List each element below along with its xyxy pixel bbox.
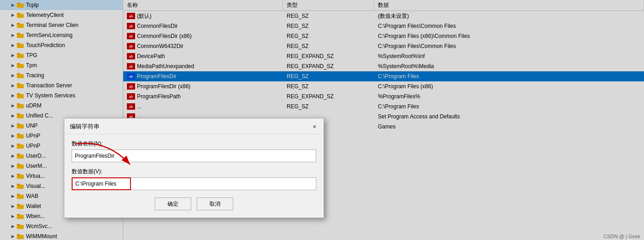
dialog-title: 编辑字符串 [70, 123, 99, 131]
svg-rect-28 [17, 144, 24, 149]
ok-button[interactable]: 确定 [155, 197, 191, 210]
tree-item-tcpip[interactable]: Tcpip [0, 0, 123, 10]
tree-item-termservlicensing[interactable]: TermServLicensing [0, 30, 123, 40]
svg-rect-21 [17, 103, 20, 105]
dialog-close-button[interactable]: × [309, 121, 320, 132]
svg-rect-8 [17, 44, 24, 48]
tree-item-terminalserver[interactable]: Terminal Server Clien [0, 20, 123, 30]
col-header-data: 数据 [374, 0, 644, 11]
tree-arrow [9, 233, 16, 240]
tree-arrow [9, 42, 16, 49]
value-data: (数值未设置) [374, 12, 644, 20]
value-name: CommonFilesDir (x86) [137, 33, 192, 39]
value-row-commonfilesdir[interactable]: ab CommonFilesDir REG_SZ C:\Program File… [123, 21, 644, 31]
svg-rect-15 [17, 73, 20, 75]
tree-label: UPnP [26, 143, 40, 149]
tree-item-tracing[interactable]: Tracing [0, 70, 123, 80]
tree-arrow [9, 52, 16, 59]
tree-arrow [9, 102, 16, 109]
tree-item-tpm[interactable]: Tpm [0, 60, 123, 70]
tree-label: Wben... [26, 213, 45, 219]
tree-label: uDRM [26, 102, 42, 109]
tree-label: WcmSvc... [26, 223, 52, 229]
tree-arrow [9, 213, 16, 220]
svg-rect-20 [17, 104, 24, 108]
svg-rect-7 [17, 33, 20, 34]
folder-icon [16, 92, 25, 99]
tree-arrow [9, 223, 16, 230]
svg-rect-47 [17, 234, 20, 235]
value-row-default[interactable]: ab (默认) REG_SZ (数值未设置) [123, 11, 644, 21]
value-type-icon: ab [127, 73, 135, 80]
tree-label: Tcpip [26, 2, 39, 8]
tree-item-tvsystemservices[interactable]: TV System Services [0, 91, 123, 101]
value-data: C:\Program Files\Common Files [374, 43, 644, 49]
tree-item-udrm[interactable]: uDRM [0, 101, 123, 111]
svg-rect-11 [17, 53, 20, 54]
tree-label: WIMMMount [26, 233, 57, 240]
value-name: DevicePath [137, 53, 165, 59]
tree-item-telemetryclient[interactable]: TelemetryClient [0, 10, 123, 20]
tree-arrow [9, 21, 16, 29]
value-row-commonfilesdir86[interactable]: ab CommonFilesDir (x86) REG_SZ C:\Progra… [123, 31, 644, 41]
value-row-row9[interactable]: ab ... REG_SZ C:\Program Files [123, 101, 644, 112]
value-type-icon: ab [127, 63, 135, 69]
tree-arrow [9, 92, 16, 99]
tree-label: Terminal Server Clien [26, 22, 79, 28]
cancel-button[interactable]: 取消 [197, 197, 233, 210]
statusbar: CSDN @ | Geek [600, 233, 644, 240]
tree-item-wimmount[interactable]: WIMMMount [0, 231, 123, 240]
value-row-programfilesdir86[interactable]: ab ProgramFilesDir (x86) REG_SZ C:\Progr… [123, 81, 644, 91]
value-row-devicepath[interactable]: ab DevicePath REG_EXPAND_SZ %SystemRoot%… [123, 51, 644, 61]
value-type: REG_SZ [283, 23, 374, 29]
value-name: ProgramFilesDir [137, 73, 177, 80]
old-value-display: C:\Program Files [72, 177, 131, 190]
value-row-commonw6432dir[interactable]: ab CommonW6432Dir REG_SZ C:\Program File… [123, 41, 644, 51]
value-name: MediaPathUnexpanded [137, 63, 194, 69]
col-header-name: 名称 [123, 0, 283, 11]
folder-icon [16, 1, 25, 9]
tree-item-wcmsvc[interactable]: WcmSvc... [0, 221, 123, 231]
value-type: REG_SZ [283, 43, 374, 49]
value-type-icon: ab [127, 23, 135, 29]
folder-icon [16, 62, 25, 69]
name-input[interactable] [72, 149, 316, 162]
data-label: 数值数据(V): [72, 168, 316, 176]
svg-rect-5 [17, 23, 20, 24]
folder-icon [16, 122, 25, 129]
value-row-programfilespath[interactable]: ab ProgramFilesPath REG_EXPAND_SZ %Progr… [123, 91, 644, 101]
tree-arrow [9, 32, 16, 39]
value-data: %SystemRoot%\Media [374, 63, 644, 69]
tree-arrow [9, 122, 16, 129]
tree-item-tpg[interactable]: TPG [0, 50, 123, 60]
svg-rect-44 [17, 225, 24, 229]
edit-string-dialog: 编辑字符串 × 数值名称(N): 数值数据(V): C:\Program Fil… [64, 118, 324, 218]
value-row-programfilesdir[interactable]: ab ProgramFilesDir REG_SZ C:\Program Fil… [123, 71, 644, 81]
tree-label: TPG [26, 52, 37, 59]
tree-arrow [9, 72, 16, 79]
tree-item-transactionserver[interactable]: Transaction Server [0, 80, 123, 91]
svg-rect-26 [17, 134, 24, 139]
svg-rect-22 [17, 114, 24, 118]
value-type-icon: ab [127, 13, 135, 19]
tree-label: UNP [26, 123, 37, 129]
svg-rect-29 [17, 144, 20, 145]
tree-item-touchprediction[interactable]: TouchPrediction [0, 40, 123, 50]
tree-label: TelemetryClient [26, 12, 64, 18]
value-type-icon: ab [127, 93, 135, 100]
value-name: ProgramFilesPath [137, 93, 181, 100]
tree-label: Tpm [26, 62, 37, 69]
tree-arrow [9, 112, 16, 119]
value-type: REG_SZ [283, 103, 374, 110]
data-input-row: C:\Program Files [72, 177, 316, 190]
value-data: Games [374, 123, 644, 130]
svg-rect-38 [17, 195, 24, 199]
svg-rect-18 [17, 94, 24, 98]
value-row-mediapathunexpanded[interactable]: ab MediaPathUnexpanded REG_EXPAND_SZ %Sy… [123, 61, 644, 71]
value-type-icon: ab [127, 103, 135, 110]
tree-arrow [9, 203, 16, 210]
dialog-body: 数值名称(N): 数值数据(V): C:\Program Files 确定 取消 [64, 134, 324, 218]
value-type: REG_SZ [283, 73, 374, 80]
tree-label: UPnP [26, 133, 40, 139]
svg-rect-24 [17, 124, 24, 128]
